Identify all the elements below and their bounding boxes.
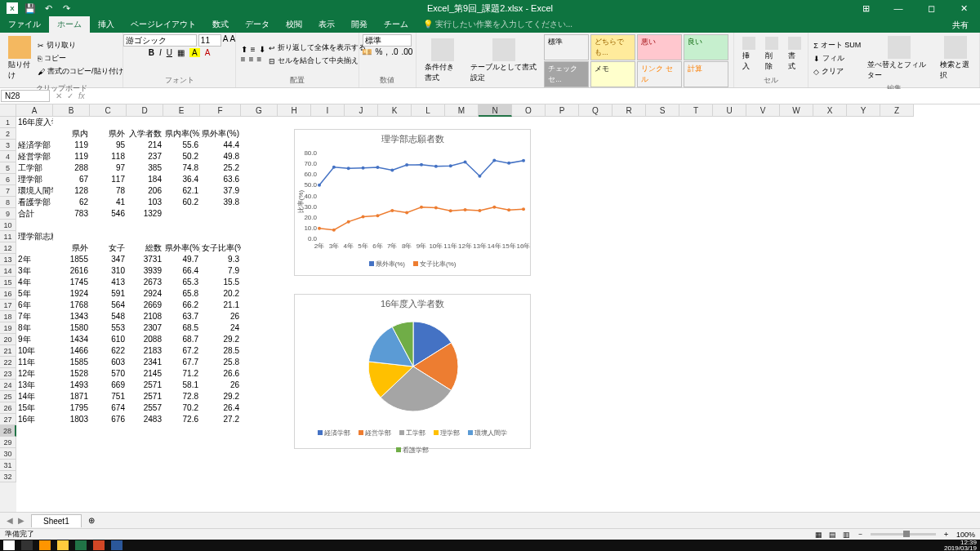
cell[interactable]: 7年: [16, 311, 53, 322]
cell[interactable]: 3731: [127, 254, 163, 265]
col-header[interactable]: M: [445, 104, 479, 117]
grow-font-icon[interactable]: A: [223, 34, 229, 47]
cell[interactable]: 経済学部: [16, 140, 53, 151]
row-header[interactable]: 29: [0, 437, 16, 448]
cell[interactable]: 62.1: [163, 185, 200, 197]
col-header[interactable]: J: [345, 104, 378, 117]
style-bad[interactable]: 悪い: [637, 34, 682, 60]
col-header[interactable]: L: [412, 104, 445, 117]
cell[interactable]: 2924: [127, 288, 163, 300]
cell[interactable]: 16年度入学者: [16, 117, 53, 128]
tab-チーム[interactable]: チーム: [376, 16, 416, 33]
cell[interactable]: 55.6: [163, 140, 200, 151]
cell[interactable]: 206: [127, 185, 163, 197]
cell[interactable]: 119: [53, 151, 90, 162]
cell[interactable]: 413: [90, 277, 127, 288]
cell[interactable]: 女子比率(%): [200, 242, 241, 254]
cell[interactable]: 58.1: [163, 380, 200, 391]
save-icon[interactable]: 💾: [24, 2, 36, 14]
font-color-button[interactable]: A: [205, 48, 211, 57]
cell[interactable]: 2669: [127, 300, 163, 311]
cell[interactable]: 工学部: [16, 162, 53, 174]
view-normal-icon[interactable]: ▦: [815, 531, 822, 539]
cell[interactable]: 9年: [16, 334, 53, 345]
sort-filter-button[interactable]: 並べ替えとフィルター: [864, 34, 933, 82]
view-layout-icon[interactable]: ▤: [829, 531, 836, 539]
row-header[interactable]: 25: [0, 391, 16, 402]
percent-icon[interactable]: %: [375, 47, 382, 56]
tab-開発[interactable]: 開発: [343, 16, 376, 33]
table-format-button[interactable]: テーブルとして書式設定: [467, 37, 541, 85]
cell[interactable]: 2571: [127, 391, 163, 402]
col-header[interactable]: S: [646, 104, 679, 117]
cell[interactable]: 37.9: [200, 185, 241, 197]
cell[interactable]: 9.3: [200, 254, 241, 265]
fill-button[interactable]: ⬇ フィル: [813, 52, 861, 64]
col-header[interactable]: C: [90, 104, 127, 117]
cell[interactable]: 67.7: [163, 357, 200, 368]
delete-cells-button[interactable]: 削除: [762, 35, 782, 73]
cell[interactable]: 理学部: [16, 174, 53, 185]
cell[interactable]: 78: [90, 185, 127, 197]
cell[interactable]: 71.2: [163, 368, 200, 380]
redo-icon[interactable]: ↷: [60, 2, 72, 14]
word-icon[interactable]: [111, 540, 122, 550]
col-header[interactable]: X: [813, 104, 847, 117]
cell[interactable]: 2341: [127, 357, 163, 368]
align-mid-icon[interactable]: ≡: [251, 45, 256, 54]
row-header[interactable]: 24: [0, 380, 16, 391]
col-header[interactable]: K: [378, 104, 412, 117]
row-header[interactable]: 20: [0, 334, 16, 345]
cell[interactable]: 63.7: [163, 311, 200, 322]
autosum-button[interactable]: Σ オート SUM: [813, 39, 861, 51]
align-right-icon[interactable]: ≡: [256, 55, 261, 64]
style-neutral[interactable]: どちらでも...: [590, 34, 635, 60]
col-header[interactable]: I: [311, 104, 345, 117]
number-format-select[interactable]: [363, 34, 412, 47]
sheet-next-icon[interactable]: ▶: [18, 516, 24, 525]
cell[interactable]: 68.5: [163, 322, 200, 334]
cell[interactable]: 66.2: [163, 300, 200, 311]
line-chart[interactable]: 理学部志願者数 0.010.020.030.040.050.060.070.08…: [294, 129, 531, 276]
col-header[interactable]: V: [746, 104, 780, 117]
cell[interactable]: 2571: [127, 380, 163, 391]
col-header[interactable]: A: [16, 104, 53, 117]
cell[interactable]: 4年: [16, 277, 53, 288]
cell[interactable]: 2088: [127, 334, 163, 345]
cell[interactable]: 66.4: [163, 265, 200, 277]
cell[interactable]: 237: [127, 151, 163, 162]
font-size-select[interactable]: [198, 34, 221, 47]
currency-icon[interactable]: 💴: [362, 47, 372, 56]
col-header[interactable]: P: [546, 104, 579, 117]
cell[interactable]: 117: [90, 174, 127, 185]
cell[interactable]: 2557: [127, 402, 163, 414]
cell[interactable]: 1795: [53, 402, 90, 414]
row-header[interactable]: 14: [0, 265, 16, 277]
align-bot-icon[interactable]: ⬇: [259, 45, 265, 54]
fill-color-button[interactable]: A: [189, 48, 200, 57]
cell[interactable]: 564: [90, 300, 127, 311]
cell[interactable]: 62: [53, 197, 90, 208]
row-header[interactable]: 8: [0, 197, 16, 208]
cell[interactable]: 751: [90, 391, 127, 402]
cell[interactable]: 1466: [53, 345, 90, 357]
italic-button[interactable]: I: [159, 48, 162, 57]
clear-button[interactable]: ◇ クリア: [813, 65, 861, 78]
cell[interactable]: 214: [127, 140, 163, 151]
cell[interactable]: 1434: [53, 334, 90, 345]
cell[interactable]: 2616: [53, 265, 90, 277]
cell[interactable]: 15年: [16, 402, 53, 414]
cell[interactable]: 25.8: [200, 357, 241, 368]
cell[interactable]: 26.4: [200, 402, 241, 414]
pie-chart[interactable]: 16年度入学者数 経済学部経営学部工学部理学部環境人間学看護学部: [294, 294, 531, 449]
cell[interactable]: 385: [127, 162, 163, 174]
tell-me[interactable]: 💡 実行したい作業を入力してください...: [416, 16, 579, 33]
wrap-text-button[interactable]: ↩ 折り返して全体を表示する: [269, 42, 366, 54]
format-painter-button[interactable]: 🖌 書式のコピー/貼り付け: [38, 65, 123, 78]
cell[interactable]: 14年: [16, 391, 53, 402]
style-check[interactable]: チェック セ...: [544, 61, 589, 87]
row-header[interactable]: 5: [0, 162, 16, 174]
cell[interactable]: 2108: [127, 311, 163, 322]
cell[interactable]: 74.8: [163, 162, 200, 174]
close-icon[interactable]: ✕: [947, 0, 980, 16]
